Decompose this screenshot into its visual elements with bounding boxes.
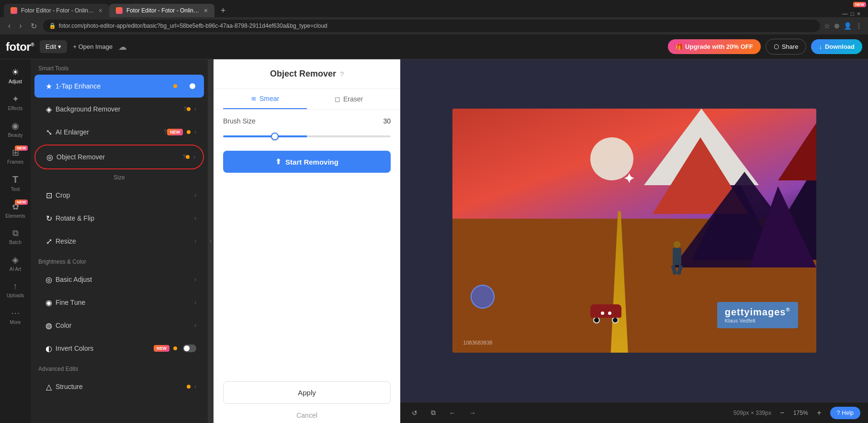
tool-item-fine-tune[interactable]: ◉ Fine Tune ›	[34, 291, 204, 314]
start-removing-button[interactable]: ⬆ Start Removing	[223, 151, 391, 173]
tool-item-background-remover[interactable]: ◈ Background Remover ? ›	[34, 98, 204, 121]
tool-item-ai-enlarger[interactable]: ⤡ AI Enlarger ? NEW ›	[34, 121, 204, 144]
tool-item-structure[interactable]: △ Structure ›	[34, 375, 204, 398]
copy-button[interactable]: ⧉	[427, 407, 440, 419]
tool-item-resize[interactable]: ⤢ Resize ›	[34, 230, 204, 253]
structure-icon: △	[42, 380, 56, 393]
tab-1[interactable]: Fotor Editor - Fotor - Online Fo... ×	[4, 4, 109, 17]
car-element	[590, 304, 621, 323]
1tap-enhance-dot	[173, 84, 177, 88]
bookmark-icon[interactable]: ☆	[824, 22, 830, 30]
redo-button[interactable]: →	[465, 407, 480, 419]
back-button[interactable]: ‹	[6, 21, 13, 31]
new-badge: NEW	[853, 2, 866, 7]
1tap-enhance-toggle-knob	[190, 83, 195, 89]
tool-item-1tap-enhance[interactable]: ★ 1-Tap Enhance	[34, 75, 204, 98]
fine-tune-icon: ◉	[42, 296, 56, 309]
download-button[interactable]: ↓ Download NEW	[811, 39, 862, 54]
ai-enlarger-icon: ⤡	[42, 125, 56, 139]
sidebar-item-ai-art[interactable]: ◈ AI Art	[2, 251, 29, 276]
refresh-button[interactable]: ↻	[28, 21, 39, 32]
canvas-content[interactable]: ✦	[400, 59, 868, 402]
eraser-icon: ◻	[335, 95, 340, 103]
minimize-button[interactable]: —	[842, 11, 848, 17]
uploads-icon: ↑	[13, 281, 18, 291]
invert-colors-new-badge: NEW	[154, 345, 169, 352]
1tap-enhance-toggle[interactable]	[183, 82, 196, 90]
tool-item-invert-colors[interactable]: ◐ Invert Colors NEW	[34, 337, 204, 360]
forward-button[interactable]: ›	[17, 21, 24, 31]
ai-enlarger-new-badge: NEW	[167, 129, 183, 135]
tab-1-close[interactable]: ×	[99, 7, 102, 14]
app-body: ☀ Adjust ✦ Effects ◉ Beauty NEW ⊞ Frames…	[0, 59, 868, 423]
profile-icon[interactable]: 👤	[844, 22, 852, 30]
cloud-icon[interactable]: ☁	[118, 42, 127, 52]
edit-chevron-icon: ▾	[58, 43, 61, 50]
undo-button[interactable]: ←	[445, 407, 460, 419]
background-remover-help-icon[interactable]: ?	[183, 106, 187, 112]
sidebar-item-elements[interactable]: NEW ✿ Elements	[2, 198, 29, 223]
tab-eraser[interactable]: ◻ Eraser	[307, 89, 391, 109]
sidebar-item-effects[interactable]: ✦ Effects	[2, 90, 29, 115]
brush-cursor	[471, 285, 495, 309]
color-label: Color	[56, 322, 192, 329]
icon-sidebar: ☀ Adjust ✦ Effects ◉ Beauty NEW ⊞ Frames…	[0, 59, 31, 423]
tool-item-object-remover[interactable]: ◎ Object Remover ? ›	[35, 145, 203, 168]
object-remover-dot	[186, 155, 190, 159]
menu-icon[interactable]: ⋮	[856, 22, 862, 30]
zoom-in-button[interactable]: +	[814, 408, 824, 418]
brush-size-slider[interactable]	[223, 135, 391, 137]
structure-dot	[187, 385, 191, 389]
tab-2-close[interactable]: ×	[204, 7, 208, 14]
open-image-label: + Open Image	[73, 43, 113, 50]
brush-size-label: Brush Size	[223, 117, 256, 125]
object-remover-help-icon[interactable]: ?	[182, 154, 186, 160]
address-bar[interactable]: 🔒 fotor.com/photo-editor-app/editor/basi…	[43, 20, 820, 32]
tab-1-favicon	[11, 7, 17, 14]
ai-enlarger-help-icon[interactable]: ?	[164, 129, 167, 135]
brightness-color-label: Brightness & Color	[31, 253, 208, 268]
tool-item-color[interactable]: ◍ Color ›	[34, 314, 204, 337]
panel-collapse-handle[interactable]: ‹	[208, 59, 214, 423]
sidebar-item-more[interactable]: ⋯ More	[2, 304, 29, 329]
tool-item-basic-adjust[interactable]: ◎ Basic Adjust ›	[34, 268, 204, 291]
close-window-button[interactable]: ×	[857, 11, 860, 17]
apply-button[interactable]: Apply	[223, 381, 391, 404]
structure-arrow-icon: ›	[194, 383, 196, 390]
sidebar-item-adjust[interactable]: ☀ Adjust	[2, 63, 29, 88]
upgrade-button[interactable]: 🎁 Upgrade with 20% OFF	[668, 39, 760, 54]
adjust-icon: ☀	[11, 67, 19, 78]
help-button[interactable]: ? Help	[830, 407, 860, 419]
panel-help-icon[interactable]: ?	[340, 70, 344, 78]
tab-2[interactable]: Fotor Editor - Fotor - Online Fo... ×	[109, 4, 214, 17]
sidebar-item-batch[interactable]: ⧉ Batch	[2, 224, 29, 249]
rotate-left-button[interactable]: ↺	[408, 407, 421, 419]
sidebar-item-uploads[interactable]: ↑ Uploads	[2, 278, 29, 302]
browser-chrome: Fotor Editor - Fotor - Online Fo... × Fo…	[0, 0, 868, 34]
batch-label: Batch	[9, 240, 22, 245]
cancel-button[interactable]: Cancel	[214, 408, 400, 423]
zoom-out-button[interactable]: −	[777, 408, 787, 418]
fotor-logo: fotor®	[6, 40, 34, 54]
ai-art-label: AI Art	[10, 267, 21, 272]
middle-panel: Object Remover ? ≋ Smear ◻ Eraser Brush …	[214, 59, 400, 423]
new-tab-button[interactable]: +	[216, 4, 230, 17]
tool-item-crop[interactable]: ⊡ Crop ›	[34, 184, 204, 207]
start-removing-label: Start Removing	[285, 158, 338, 166]
sidebar-item-frames[interactable]: NEW ⊞ Frames	[2, 144, 29, 168]
sidebar-item-text[interactable]: T Text	[2, 170, 29, 196]
tool-item-rotate-flip[interactable]: ↻ Rotate & Flip ›	[34, 207, 204, 230]
tab-smear[interactable]: ≋ Smear	[223, 89, 307, 109]
smear-icon: ≋	[251, 95, 257, 102]
bottom-bar: ↺ ⧉ ← → 509px × 339px − 175% + ? Help	[400, 402, 868, 423]
invert-colors-toggle[interactable]	[183, 345, 196, 352]
sidebar-item-beauty[interactable]: ◉ Beauty	[2, 117, 29, 142]
advanced-edits-label: Advanced Edits	[31, 360, 208, 375]
edit-dropdown[interactable]: Edit ▾	[40, 40, 67, 53]
share-button[interactable]: ⬡ Share	[766, 39, 807, 55]
resize-label: Resize	[56, 237, 192, 245]
getty-text: gettyimages®	[725, 307, 790, 318]
extension-icon[interactable]: ⊕	[834, 22, 840, 30]
open-image-button[interactable]: + Open Image	[67, 40, 118, 53]
restore-button[interactable]: □	[851, 11, 854, 17]
